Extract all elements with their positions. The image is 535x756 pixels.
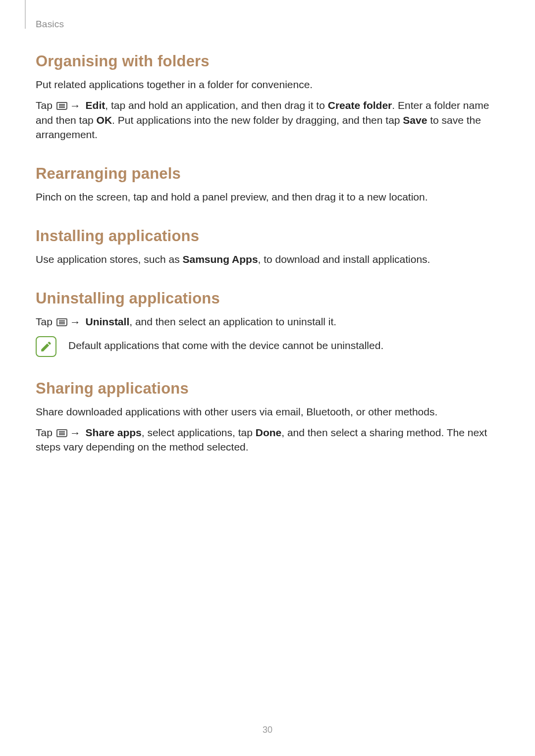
heading-sharing: Sharing applications [36,380,499,398]
text: Tap [36,100,55,111]
text: , select applications, tap [142,427,256,438]
heading-organising: Organising with folders [36,52,499,70]
bold-text: Samsung Apps [182,253,258,265]
page-number: 30 [0,725,535,735]
text: Tap [36,316,55,327]
paragraph: Tap → Share apps, select applications, t… [36,425,499,455]
menu-icon [56,429,67,437]
paragraph: Pinch on the screen, tap and hold a pane… [36,190,499,204]
pencil-note-icon [40,340,53,353]
paragraph: Tap → Uninstall, and then select an appl… [36,314,499,329]
paragraph: Use application stores, such as Samsung … [36,252,499,267]
heading-installing: Installing applications [36,227,499,245]
bold-text: Create folder [328,100,392,111]
bold-text: Share apps [86,427,142,438]
note-callout: Default applications that come with the … [36,335,499,357]
page: Basics Organising with folders Put relat… [0,0,535,756]
chapter-label: Basics [36,19,64,30]
page-content: Organising with folders Put related appl… [36,52,499,454]
paragraph: Tap → Edit, tap and hold an application,… [36,98,499,142]
bold-text: OK [97,114,112,126]
menu-icon [56,318,67,326]
text: . Put applications into the new folder b… [112,114,403,126]
bold-text: Uninstall [86,316,130,327]
text: Tap [36,427,55,438]
menu-icon [56,102,67,110]
note-icon [36,336,56,357]
heading-uninstalling: Uninstalling applications [36,290,499,307]
text: , and then select an application to unin… [129,316,336,327]
heading-rearranging: Rearranging panels [36,165,499,183]
note-text: Default applications that come with the … [68,335,383,353]
text: , tap and hold an application, and then … [105,100,328,111]
text: Use application stores, such as [36,253,182,265]
text: , to download and install applications. [258,253,430,265]
bold-text: Save [403,114,427,126]
header-divider [25,0,26,29]
paragraph: Share downloaded applications with other… [36,404,499,419]
bold-text: Edit [86,100,106,111]
paragraph: Put related applications together in a f… [36,77,499,92]
bold-text: Done [256,427,282,438]
